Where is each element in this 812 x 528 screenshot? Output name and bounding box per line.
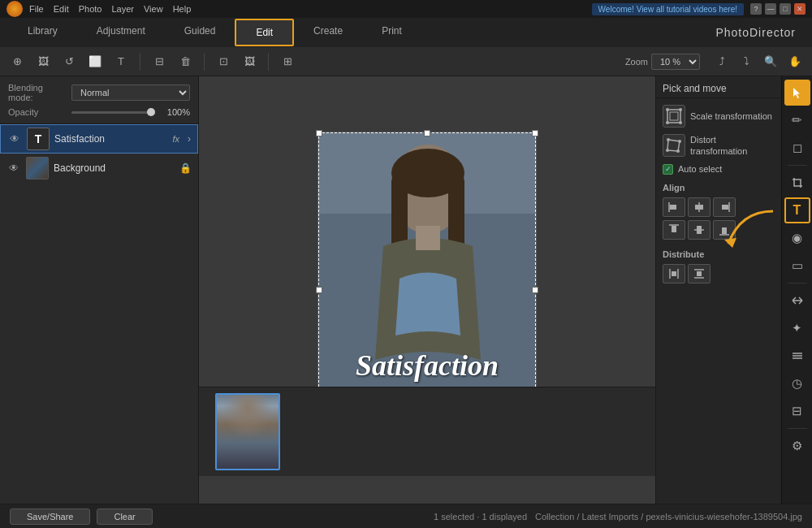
separator-3 <box>268 53 269 71</box>
align-center-h-btn[interactable] <box>688 197 710 217</box>
layer-expand-satisfaction[interactable]: › <box>188 133 191 145</box>
film-tool-btn[interactable]: ⊟ <box>784 398 810 424</box>
zoom-label: Zoom <box>625 57 648 67</box>
tab-edit[interactable]: Edit <box>235 19 294 46</box>
layer-visibility-satisfaction[interactable]: 👁 <box>7 132 22 146</box>
auto-select-checkbox[interactable]: ✓ <box>663 164 673 175</box>
distort-transformation-row[interactable]: Distort transformation <box>663 134 775 158</box>
layer-visibility-background[interactable]: 👁 <box>6 161 21 175</box>
layer-name-background: Background <box>54 162 175 174</box>
align-right-btn[interactable] <box>713 197 736 217</box>
tutorial-banner[interactable]: Welcome! View all tutorial videos here! <box>592 3 744 15</box>
menu-layer[interactable]: Layer <box>111 4 134 14</box>
tab-adjustment[interactable]: Adjustment <box>77 19 165 46</box>
distribute-v-btn[interactable] <box>688 264 710 283</box>
move-button[interactable]: ↺ <box>58 51 80 72</box>
canvas-area[interactable]: Satisfaction <box>199 76 655 504</box>
import-button[interactable]: ⤵ <box>736 51 757 72</box>
blend-mode-select[interactable]: Normal <box>71 84 190 101</box>
menu-photo[interactable]: Photo <box>79 4 102 14</box>
align-left-icon <box>667 201 680 214</box>
layer-lock-background: 🔒 <box>179 162 192 174</box>
svg-rect-7 <box>667 110 680 123</box>
text-tool-btn[interactable]: T <box>784 197 810 223</box>
scale-svg <box>666 108 682 124</box>
close-button[interactable]: ✕ <box>794 3 806 15</box>
nav-tabs: Library Adjustment Guided Edit Create Pr… <box>0 18 812 47</box>
filter-button[interactable]: ⊟ <box>149 51 170 72</box>
grid-btn[interactable]: ⊞ <box>277 51 298 72</box>
export-button[interactable]: ⤴ <box>711 51 732 72</box>
frame-tool-btn[interactable]: ▭ <box>784 253 810 279</box>
status-path-text: Collection / Latest Imports / pexels-vin… <box>535 512 802 522</box>
settings-tool-btn[interactable]: ⚙ <box>784 433 810 459</box>
left-panel: Blending mode: Normal Opacity 100% 👁 T S… <box>0 76 199 504</box>
menu-file[interactable]: File <box>29 4 44 14</box>
scale-transformation-label: Scale transformation <box>690 110 772 122</box>
title-bar-right: Welcome! View all tutorial videos here! … <box>592 3 806 15</box>
new-button[interactable]: ⊕ <box>6 51 28 72</box>
tab-guided[interactable]: Guided <box>165 19 235 46</box>
thumbnail-1[interactable] <box>215 393 280 470</box>
auto-select-row[interactable]: ✓ Auto select <box>663 164 775 175</box>
clear-button[interactable]: Clear <box>97 509 152 525</box>
layer-fx-satisfaction[interactable]: fx <box>172 134 179 144</box>
tab-create[interactable]: Create <box>294 19 362 46</box>
svg-point-12 <box>679 121 682 124</box>
align-middle-btn[interactable] <box>688 220 710 240</box>
view-btn2[interactable]: 🖼 <box>239 51 260 72</box>
status-buttons: Save/Share Clear <box>10 509 153 525</box>
menu-edit[interactable]: Edit <box>54 4 69 14</box>
distribute-h-btn[interactable] <box>663 264 685 283</box>
help-button[interactable]: ? <box>750 3 762 15</box>
transform-tool-btn[interactable] <box>784 288 810 314</box>
crop-tool-btn[interactable] <box>784 170 810 196</box>
hand-tool[interactable]: ✋ <box>784 51 806 72</box>
align-left-btn[interactable] <box>663 197 685 217</box>
align-bottom-btn[interactable] <box>713 220 736 240</box>
cursor-tool-btn[interactable] <box>784 80 810 106</box>
layer-item-background[interactable]: 👁 Background 🔒 <box>0 154 198 183</box>
svg-rect-8 <box>670 112 678 120</box>
brush-tool-btn[interactable]: ✏ <box>784 107 810 133</box>
tab-library[interactable]: Library <box>8 19 77 46</box>
opacity-value: 100% <box>162 107 190 117</box>
auto-select-label: Auto select <box>678 164 722 174</box>
save-share-button[interactable]: Save/Share <box>10 509 90 525</box>
scale-transformation-row[interactable]: Scale transformation <box>663 105 775 128</box>
align-right-icon <box>718 201 731 214</box>
menu-view[interactable]: View <box>144 4 163 14</box>
crop-icon <box>791 176 804 189</box>
delete-button[interactable]: 🗑 <box>175 51 196 72</box>
opacity-slider[interactable] <box>71 111 155 114</box>
opacity-label: Opacity <box>8 107 65 117</box>
opacity-thumb[interactable] <box>147 108 155 116</box>
menu-bar[interactable]: File Edit Photo Layer View Help <box>29 4 191 14</box>
magic-tool-btn[interactable]: ✦ <box>784 315 810 341</box>
canvas-text-satisfaction[interactable]: Satisfaction <box>356 348 499 383</box>
checkmark-icon: ✓ <box>665 165 672 173</box>
view-btn1[interactable]: ⊡ <box>213 51 234 72</box>
right-panel: Pick and move Scale transformation <box>655 76 781 504</box>
text-btn[interactable]: T <box>110 51 132 72</box>
maximize-button[interactable]: □ <box>780 3 791 15</box>
levels-tool-btn[interactable] <box>784 343 810 369</box>
svg-point-11 <box>666 121 669 124</box>
zoom-select[interactable]: 10 % <box>651 54 700 70</box>
blend-mode-label: Blending mode: <box>8 83 65 102</box>
shape-button[interactable]: ⬜ <box>84 51 106 72</box>
layer-name-satisfaction: Satisfaction <box>54 133 167 145</box>
zoom-in-btn[interactable]: 🔍 <box>760 51 781 72</box>
align-top-btn[interactable] <box>663 220 685 240</box>
tab-print[interactable]: Print <box>362 19 421 46</box>
menu-help[interactable]: Help <box>173 4 192 14</box>
layer-item-satisfaction[interactable]: 👁 T Satisfaction fx › <box>0 124 198 154</box>
distort-transformation-label: Distort transformation <box>690 134 775 158</box>
minimize-button[interactable]: — <box>765 3 776 15</box>
align-label: Align <box>663 183 775 193</box>
hsl-tool-btn[interactable]: ◷ <box>784 370 810 396</box>
window-controls[interactable]: ? — □ ✕ <box>750 3 806 15</box>
eraser-tool-btn[interactable]: ◻ <box>784 135 810 161</box>
open-button[interactable]: 🖼 <box>32 51 54 72</box>
fill-tool-btn[interactable]: ◉ <box>784 225 810 251</box>
